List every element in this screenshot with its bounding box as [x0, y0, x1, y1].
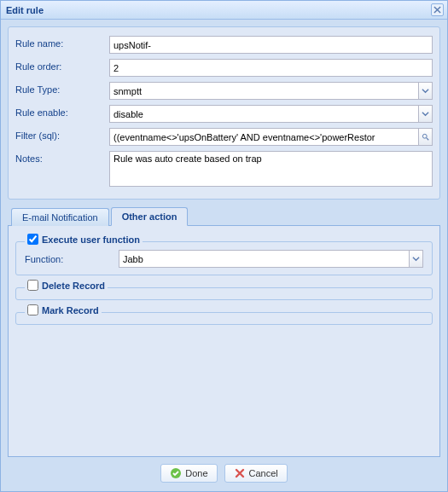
label-filter-sql: Filter (sql):	[15, 128, 109, 141]
notes-textarea[interactable]	[109, 151, 433, 187]
close-icon	[433, 6, 441, 14]
delete-record-checkbox[interactable]	[27, 280, 38, 291]
svg-point-0	[422, 134, 427, 138]
label-notes: Notes:	[15, 151, 109, 164]
check-icon	[170, 467, 182, 479]
dialog-title: Edit rule	[6, 5, 431, 15]
row-rule-order: Rule order:	[15, 59, 433, 77]
chevron-down-icon	[422, 110, 429, 118]
fieldset-execute-user-function: Execute user function Function:	[15, 241, 433, 275]
search-icon	[422, 133, 429, 141]
rule-order-input[interactable]	[109, 59, 433, 77]
titlebar: Edit rule	[1, 1, 447, 20]
row-rule-enable: Rule enable:	[15, 105, 433, 123]
done-button[interactable]: Done	[160, 464, 217, 483]
rule-enable-trigger[interactable]	[418, 105, 433, 123]
row-notes: Notes:	[15, 151, 433, 187]
filter-sql-search-trigger[interactable]	[418, 128, 433, 146]
cancel-button[interactable]: Cancel	[224, 464, 288, 483]
rule-enable-combo[interactable]	[109, 105, 418, 123]
function-combo[interactable]	[119, 250, 409, 268]
tab-other-action[interactable]: Other action	[111, 207, 189, 226]
label-rule-order: Rule order:	[15, 59, 109, 72]
label-rule-enable: Rule enable:	[15, 105, 109, 118]
function-trigger[interactable]	[409, 250, 423, 268]
chevron-down-icon	[422, 87, 429, 95]
fieldset-delete-record: Delete Record	[15, 287, 433, 300]
dialog-body: Rule name: Rule order: Rule Type: Rule e…	[1, 20, 447, 491]
dialog-window: Edit rule Rule name: Rule order: Rule Ty…	[0, 0, 448, 492]
rule-name-input[interactable]	[109, 36, 433, 54]
label-rule-name: Rule name:	[15, 36, 109, 49]
rule-type-combo[interactable]	[109, 82, 418, 100]
button-bar: Done Cancel	[8, 457, 440, 484]
execute-user-function-legend: Execute user function	[42, 234, 140, 245]
mark-record-legend: Mark Record	[42, 305, 99, 315]
tab-body-other-action: Execute user function Function: Delete R…	[8, 226, 440, 457]
close-button[interactable]	[431, 3, 444, 16]
delete-record-legend: Delete Record	[42, 281, 105, 291]
row-rule-name: Rule name:	[15, 36, 433, 54]
row-rule-type: Rule Type:	[15, 82, 433, 100]
label-rule-type: Rule Type:	[15, 82, 109, 95]
svg-line-1	[427, 138, 429, 141]
row-filter-sql: Filter (sql):	[15, 128, 433, 146]
chevron-down-icon	[412, 255, 420, 263]
done-button-label: Done	[185, 468, 207, 478]
form-panel: Rule name: Rule order: Rule Type: Rule e…	[8, 26, 440, 200]
mark-record-checkbox[interactable]	[27, 304, 38, 315]
tab-email-notification[interactable]: E-mail Notification	[11, 208, 109, 226]
rule-type-trigger[interactable]	[418, 82, 433, 100]
tabstrip: E-mail Notification Other action	[8, 206, 440, 226]
cancel-button-label: Cancel	[249, 468, 278, 478]
execute-user-function-checkbox[interactable]	[27, 234, 38, 245]
fieldset-mark-record: Mark Record	[15, 312, 433, 325]
cancel-icon	[234, 467, 246, 479]
label-function: Function:	[25, 254, 119, 264]
filter-sql-input[interactable]	[109, 128, 418, 146]
row-function: Function:	[25, 250, 423, 268]
